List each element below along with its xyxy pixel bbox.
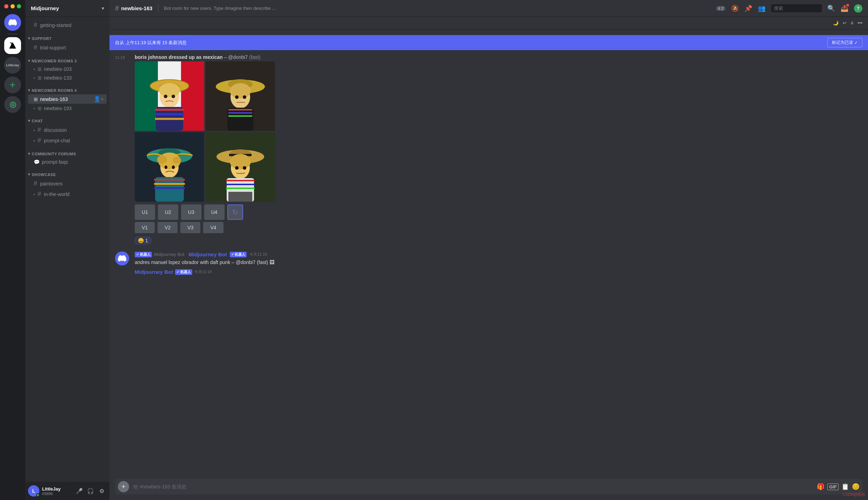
search-container: [771, 4, 822, 12]
minimize-button[interactable]: [11, 4, 15, 8]
channel-item-trial-support[interactable]: # trial-support: [28, 42, 107, 53]
close-button[interactable]: [4, 4, 8, 8]
mark-read-label: 标记为已读: [832, 40, 853, 46]
svg-point-20: [230, 83, 251, 99]
bullet-icon: ▸: [34, 128, 35, 132]
thread-count-badge[interactable]: # 2: [716, 6, 726, 11]
v3-button[interactable]: V3: [180, 222, 200, 233]
user-bar: L LittleJay #9896 🎤 🎧 ⚙: [25, 482, 109, 500]
u3-button[interactable]: U3: [181, 204, 201, 220]
thread-icon[interactable]: #: [851, 20, 853, 26]
message-container: 11:19 boris johnson dressed up as mexica…: [109, 53, 868, 246]
gif-button[interactable]: GIF: [827, 484, 839, 490]
gift-icon[interactable]: 🎁: [817, 483, 824, 491]
channel-item-in-the-world[interactable]: ▸ # in-the-world: [28, 189, 107, 199]
arrow-icon: ▾: [28, 59, 31, 63]
svg-rect-24: [227, 108, 253, 131]
bot-avatar: [115, 251, 129, 265]
check-icon: ✓: [854, 40, 858, 45]
mark-read-button[interactable]: 标记为已读 ✓: [827, 38, 862, 47]
add-attachment-button[interactable]: +: [118, 481, 129, 492]
user-controls: 🎤 🎧 ⚙: [74, 486, 107, 496]
image-placeholder-tl: [135, 61, 204, 131]
category-community[interactable]: ▾ COMMUNITY FORUMS: [25, 146, 109, 157]
sticker-icon[interactable]: 📋: [841, 483, 849, 491]
button-row-1: U1 U2 U3 U4 ↻: [135, 204, 862, 220]
mute-button[interactable]: 🎤: [74, 486, 84, 496]
hash-icon: #: [38, 190, 41, 198]
channel-item-getting-started[interactable]: # getting-started: [28, 20, 107, 30]
header-divider: [158, 4, 158, 13]
add-member-icon[interactable]: 👤+: [94, 96, 104, 102]
u4-button[interactable]: U4: [204, 204, 225, 220]
search-input[interactable]: [771, 4, 822, 12]
members-icon[interactable]: 👥: [758, 5, 766, 12]
server-divider: [7, 34, 18, 34]
bot-follow-up-badge: ✓ 机器人: [175, 269, 192, 275]
category-label-showcase: SHOWCASE: [32, 173, 56, 177]
channel-item-discussion[interactable]: ▸ # discussion: [28, 125, 107, 135]
svg-rect-53: [228, 192, 252, 202]
image-placeholder-tr: [206, 61, 275, 131]
svg-rect-37: [155, 177, 184, 202]
settings-button[interactable]: ⚙: [97, 486, 107, 496]
sidebar-header[interactable]: Midjourney ▾: [25, 0, 109, 17]
svg-point-47: [235, 166, 239, 170]
arrow-icon: ▾: [28, 88, 31, 93]
deafen-button[interactable]: 🎧: [86, 486, 95, 496]
channel-item-newbies-103[interactable]: ▸ ⊞ newbies-103: [28, 65, 107, 73]
hash-icon: #: [34, 21, 37, 29]
mute-channel-icon[interactable]: 🔕: [731, 5, 739, 12]
category-newcomer3[interactable]: ▾ NEWCOMER ROOMS 3: [25, 53, 109, 65]
search-icon[interactable]: 🔍: [827, 5, 835, 12]
svg-rect-39: [154, 183, 185, 185]
u2-button[interactable]: U2: [158, 204, 178, 220]
bot-message-content: ✓ 机器人 Midjourney Bot Midjourney Bot ✓ 机器…: [135, 251, 862, 275]
v2-button[interactable]: V2: [158, 222, 178, 233]
maximize-button[interactable]: [17, 4, 21, 8]
add-server-button[interactable]: +: [4, 76, 21, 93]
category-label-support: SUPPORT: [32, 36, 52, 41]
category-label-newcomer4: NEWCOMER ROOMS 4: [32, 88, 77, 93]
emoji-picker-icon[interactable]: 😊: [852, 483, 860, 491]
category-support[interactable]: ▾ SUPPORT: [25, 31, 109, 42]
channel-name-newbies-193: newbies-193: [44, 106, 72, 111]
v1-button[interactable]: V1: [135, 222, 155, 233]
help-icon[interactable]: ?: [854, 4, 862, 13]
bullet-icon: ▸: [34, 76, 35, 80]
channel-item-prompt-chat[interactable]: ▸ # prompt-chat: [28, 135, 107, 146]
server-my-services[interactable]: LittleJay: [4, 57, 21, 74]
svg-rect-15: [155, 118, 184, 120]
category-chat[interactable]: ▾ CHAT: [25, 113, 109, 124]
u1-button[interactable]: U1: [135, 204, 155, 220]
channel-item-prompt-faqs[interactable]: 💬 prompt-faqs: [28, 158, 107, 166]
server-midjourney[interactable]: [4, 37, 21, 54]
category-showcase[interactable]: ▾ SHOWCASE: [25, 167, 109, 178]
v4-button[interactable]: V4: [203, 222, 223, 233]
message-user-mention: @donbi7: [228, 54, 248, 60]
reaction-grinning[interactable]: 😄 1: [135, 237, 151, 244]
more-icon[interactable]: •••: [857, 20, 862, 26]
channel-name-in-the-world: in-the-world: [44, 191, 69, 197]
inbox-icon[interactable]: 📥: [841, 5, 848, 12]
channel-name-paintovers: paintovers: [40, 181, 63, 187]
channel-item-newbies-163[interactable]: ⊞ newbies-163 👤+: [28, 94, 107, 104]
channel-item-newbies-133[interactable]: ▸ ⊞ newbies-133: [28, 74, 107, 82]
reply-icon[interactable]: ↩: [843, 20, 847, 26]
channel-item-paintovers[interactable]: # paintovers: [28, 178, 107, 189]
explore-button[interactable]: ◎: [4, 96, 21, 113]
svg-point-22: [243, 95, 246, 99]
voice-hash-icon: ⊞: [34, 96, 38, 102]
category-newcomer4[interactable]: ▾ NEWCOMER ROOMS 4: [25, 82, 109, 94]
svg-rect-14: [155, 113, 184, 115]
reaction-count: 1: [145, 238, 148, 243]
message-input[interactable]: [129, 484, 817, 489]
bullet-icon: ▸: [34, 67, 35, 71]
channel-list: # getting-started ▾ SUPPORT # trial-supp…: [25, 17, 109, 482]
category-label-community: COMMUNITY FORUMS: [32, 152, 76, 156]
refresh-button[interactable]: ↻: [227, 204, 243, 220]
channel-item-newbies-193[interactable]: ▸ ⊞ newbies-193: [28, 104, 107, 113]
svg-point-21: [235, 95, 239, 99]
server-discord[interactable]: [4, 14, 21, 31]
pin-icon[interactable]: 📌: [745, 5, 752, 12]
